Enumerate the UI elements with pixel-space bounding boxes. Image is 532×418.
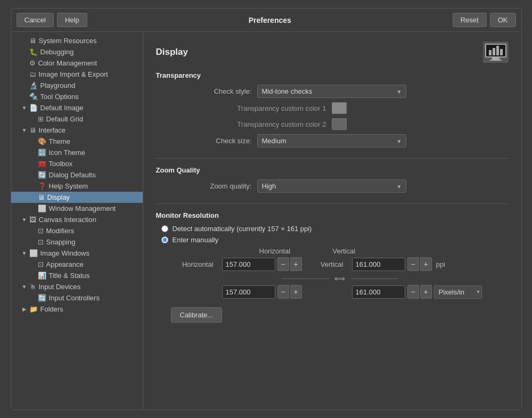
sidebar-item-image-windows[interactable]: ▼ ⬜ Image Windows bbox=[11, 248, 143, 259]
sidebar-item-image-import-export[interactable]: 🗂 Image Import & Export bbox=[11, 69, 143, 80]
image-import-export-icon: 🗂 bbox=[29, 70, 36, 78]
v2-increment-button[interactable]: + bbox=[420, 285, 432, 299]
sidebar-item-title-status[interactable]: 📊 Title & Status bbox=[11, 270, 143, 281]
display-nav-icon: 🖥 bbox=[38, 193, 45, 201]
auto-detect-label: Detect automatically (currently 157 × 16… bbox=[173, 225, 312, 233]
check-style-select-wrapper: Mid-tone checks Light checks Dark checks… bbox=[257, 85, 406, 98]
canvas-interaction-icon: 🖼 bbox=[29, 216, 36, 224]
window-management-icon: ⬜ bbox=[38, 204, 46, 212]
title-status-icon: 📊 bbox=[38, 272, 46, 280]
manual-radio[interactable] bbox=[161, 236, 168, 243]
zoom-quality-select[interactable]: None (Nearest Neighbor) Linear Cubic Sin… bbox=[257, 179, 406, 193]
sidebar-item-debugging[interactable]: 🐛 Debugging bbox=[11, 46, 143, 58]
modifiers-icon: ⊡ bbox=[38, 227, 44, 235]
custom-color-2-swatch[interactable] bbox=[332, 118, 347, 130]
h-increment-button[interactable]: + bbox=[290, 257, 302, 271]
sidebar-item-toolbox[interactable]: 🧰 Toolbox bbox=[11, 158, 143, 169]
zoom-quality-label: Zoom quality: bbox=[156, 182, 252, 190]
help-system-icon: ❓ bbox=[38, 182, 46, 190]
sidebar-item-help-system[interactable]: ❓ Help System bbox=[11, 181, 143, 192]
monitor-resolution-section: Monitor Resolution Detect automatically … bbox=[156, 211, 509, 323]
calibrate-button[interactable]: Calibrate... bbox=[171, 307, 223, 323]
zoom-quality-title: Zoom Quality bbox=[156, 166, 509, 174]
sidebar-label: Default Grid bbox=[46, 115, 83, 123]
sidebar-item-snapping[interactable]: ⊡ Snapping bbox=[11, 236, 143, 248]
transparency-title: Transparency bbox=[156, 71, 509, 79]
vertical-input2[interactable] bbox=[352, 285, 405, 299]
horizontal-input2[interactable] bbox=[222, 285, 275, 299]
link-line-right bbox=[350, 278, 398, 279]
v2-stepper-group: − + bbox=[407, 285, 432, 299]
display-icon bbox=[483, 42, 509, 63]
ok-button[interactable]: OK bbox=[490, 13, 516, 27]
v-increment-button[interactable]: + bbox=[420, 257, 432, 271]
sidebar-item-interface[interactable]: ▼ 🖥 Interface bbox=[11, 125, 143, 136]
vertical-input[interactable] bbox=[352, 258, 405, 271]
zoom-quality-row: Zoom quality: None (Nearest Neighbor) Li… bbox=[156, 179, 509, 193]
sidebar-item-modifiers[interactable]: ⊡ Modifiers bbox=[11, 225, 143, 236]
sidebar-item-canvas-interaction[interactable]: ▼ 🖼 Canvas Interaction bbox=[11, 214, 143, 225]
cancel-button[interactable]: Cancel bbox=[17, 13, 54, 27]
interface-icon: 🖥 bbox=[29, 126, 36, 134]
sidebar-item-color-management[interactable]: ⚙ Color Management bbox=[11, 58, 143, 69]
horizontal-input[interactable] bbox=[222, 258, 275, 271]
sidebar-item-system-resources[interactable]: 🖥 System Resources bbox=[11, 35, 143, 46]
manual-row: Enter manually bbox=[156, 236, 509, 244]
link-line-left bbox=[281, 278, 329, 279]
expand-icon: ▼ bbox=[22, 105, 27, 111]
sidebar-item-window-management[interactable]: ⬜ Window Management bbox=[11, 203, 143, 214]
check-style-select[interactable]: Mid-tone checks Light checks Dark checks… bbox=[257, 85, 406, 98]
sidebar-label: Display bbox=[47, 193, 70, 201]
sidebar-item-input-controllers[interactable]: 🔄 Input Controllers bbox=[11, 292, 143, 304]
v-decrement-button[interactable]: − bbox=[407, 257, 419, 271]
sidebar-item-folders[interactable]: ▶ 📁 Folders bbox=[11, 304, 143, 315]
check-size-select[interactable]: Small Medium Large bbox=[257, 134, 406, 147]
zoom-quality-section: Zoom Quality Zoom quality: None (Nearest… bbox=[156, 166, 509, 193]
sidebar-item-input-devices[interactable]: ▼ 🖱 Input Devices bbox=[11, 281, 143, 292]
ppi-label: ppi bbox=[436, 260, 445, 268]
link-icon: ⟺ bbox=[334, 274, 345, 283]
sidebar-label: Help System bbox=[49, 182, 88, 190]
check-style-row: Check style: Mid-tone checks Light check… bbox=[156, 85, 509, 98]
sidebar-label: Image Windows bbox=[40, 249, 89, 257]
expand-icon: ▶ bbox=[22, 306, 27, 312]
appearance-icon: ⊡ bbox=[38, 260, 44, 268]
sidebar-label: Input Controllers bbox=[49, 294, 100, 302]
sidebar-item-tool-options[interactable]: 🔩 Tool Options bbox=[11, 91, 143, 102]
v2-decrement-button[interactable]: − bbox=[407, 285, 419, 299]
sidebar-item-theme[interactable]: 🎨 Theme bbox=[11, 136, 143, 147]
dialog-title: Preferences bbox=[91, 16, 449, 24]
sidebar-item-default-grid[interactable]: ⊞ Default Grid bbox=[11, 113, 143, 125]
input-controllers-icon: 🔄 bbox=[38, 294, 46, 302]
sidebar-label: Input Devices bbox=[39, 283, 81, 291]
pixels-unit-select[interactable]: Pixels/in Pixels/mm Pixels/cm bbox=[434, 285, 482, 299]
horizontal-label-inline: Horizontal bbox=[171, 260, 214, 268]
sidebar-item-playground[interactable]: 🔬 Playground bbox=[11, 80, 143, 91]
divider-1 bbox=[156, 158, 509, 159]
sidebar-label: Icon Theme bbox=[49, 149, 85, 157]
check-size-row: Check size: Small Medium Large ▼ bbox=[156, 134, 509, 147]
auto-detect-radio[interactable] bbox=[161, 225, 168, 232]
display-title: Display bbox=[156, 47, 188, 58]
h2-increment-button[interactable]: + bbox=[290, 285, 302, 299]
h-decrement-button[interactable]: − bbox=[277, 257, 289, 271]
sidebar-item-appearance[interactable]: ⊡ Appearance bbox=[11, 259, 143, 270]
custom-color-2-label: Transparency custom color 2 bbox=[209, 120, 326, 128]
dialog-header: Cancel Help Preferences Reset OK bbox=[11, 9, 521, 32]
custom-color-1-swatch[interactable] bbox=[332, 102, 347, 114]
sidebar-label: Debugging bbox=[40, 48, 74, 56]
sidebar-label: Playground bbox=[40, 81, 76, 89]
h2-decrement-button[interactable]: − bbox=[277, 285, 289, 299]
sidebar-item-icon-theme[interactable]: 🔣 Icon Theme bbox=[11, 147, 143, 158]
zoom-quality-select-wrapper: None (Nearest Neighbor) Linear Cubic Sin… bbox=[257, 179, 406, 193]
sidebar-item-dialog-defaults[interactable]: 🔄 Dialog Defaults bbox=[11, 169, 143, 181]
sidebar-label: Canvas Interaction bbox=[39, 216, 96, 224]
sidebar-label: Theme bbox=[49, 137, 70, 145]
sidebar-item-display[interactable]: 🖥 Display bbox=[11, 192, 143, 203]
sidebar-item-default-image[interactable]: ▼ 📄 Default Image bbox=[11, 102, 143, 113]
sidebar-label: Color Management bbox=[38, 59, 97, 67]
vertical-label-inline: Vertical bbox=[312, 260, 343, 268]
debugging-icon: 🐛 bbox=[29, 48, 38, 56]
reset-button[interactable]: Reset bbox=[453, 13, 487, 27]
help-button[interactable]: Help bbox=[57, 13, 87, 27]
